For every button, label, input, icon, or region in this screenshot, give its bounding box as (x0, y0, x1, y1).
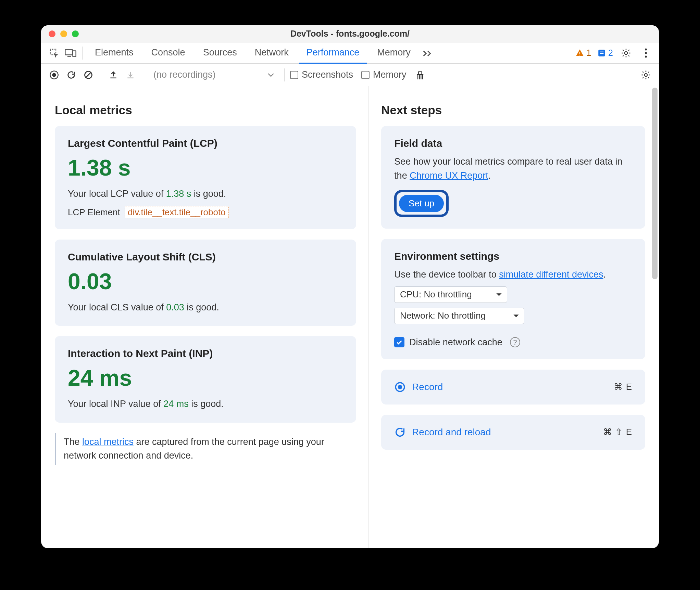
tab-console[interactable]: Console (144, 42, 193, 64)
tab-performance[interactable]: Performance (299, 42, 367, 64)
help-icon[interactable]: ? (510, 337, 520, 347)
svg-rect-7 (600, 53, 604, 54)
checkbox-icon (361, 71, 370, 79)
env-description: Use the device toolbar to simulate diffe… (394, 268, 632, 282)
tab-sources[interactable]: Sources (196, 42, 245, 64)
svg-rect-1 (65, 49, 72, 55)
recordings-placeholder: (no recordings) (153, 69, 216, 80)
local-metrics-heading: Local metrics (55, 103, 356, 117)
reload-icon (394, 426, 406, 438)
lcp-element-row: LCP Element div.tile__text.tile__roboto (68, 207, 343, 218)
inp-description: Your local INP value of 24 ms is good. (68, 397, 343, 411)
record-circle-icon (394, 381, 406, 393)
performance-toolbar: (no recordings) Screenshots Memory (41, 64, 659, 86)
network-throttling-dropdown[interactable]: Network: No throttling (394, 308, 524, 324)
next-steps-column: Next steps Field data See how your local… (368, 86, 659, 548)
warnings-badge[interactable]: 1 (575, 48, 591, 58)
cpu-throttling-dropdown[interactable]: CPU: No throttling (394, 286, 507, 303)
separator (143, 68, 143, 81)
zoom-window-button[interactable] (72, 30, 79, 37)
record-reload-card: Record and reload ⌘ ⇧ E (381, 415, 645, 450)
svg-rect-2 (73, 51, 76, 56)
field-data-card: Field data See how your local metrics co… (381, 126, 645, 229)
lcp-card: Largest Contentful Paint (LCP) 1.38 s Yo… (55, 126, 356, 229)
simulate-devices-link[interactable]: simulate different devices (499, 269, 603, 280)
chevron-down-icon (268, 73, 274, 77)
setup-highlight: Set up (394, 190, 449, 217)
separator (101, 68, 101, 81)
env-title: Environment settings (394, 251, 632, 262)
tab-network[interactable]: Network (247, 42, 296, 64)
environment-settings-card: Environment settings Use the device tool… (381, 239, 645, 359)
local-metrics-column: Local metrics Largest Contentful Paint (… (41, 86, 368, 548)
lcp-description: Your local LCP value of 1.38 s is good. (68, 187, 343, 201)
field-data-description: See how your local metrics compare to re… (394, 155, 632, 182)
setup-button[interactable]: Set up (399, 195, 444, 212)
field-data-title: Field data (394, 138, 632, 149)
panel-tabstrip: Elements Console Sources Network Perform… (41, 42, 659, 64)
settings-icon[interactable] (619, 46, 633, 60)
lcp-title: Largest Contentful Paint (LCP) (68, 138, 343, 149)
checkbox-checked-icon (394, 337, 404, 347)
cls-description: Your local CLS value of 0.03 is good. (68, 300, 343, 315)
issues-count: 2 (608, 48, 613, 58)
chevron-down-icon (513, 314, 519, 318)
recordings-dropdown[interactable]: (no recordings) (149, 68, 279, 82)
svg-rect-6 (600, 51, 604, 52)
record-shortcut: ⌘ E (614, 382, 632, 392)
more-tabs-icon[interactable] (421, 46, 435, 60)
chevron-down-icon (496, 293, 502, 297)
disable-cache-checkbox[interactable]: Disable network cache ? (394, 337, 632, 348)
record-button[interactable]: Record (394, 381, 443, 393)
record-icon[interactable] (47, 68, 61, 82)
local-metrics-info: The local metrics are captured from the … (55, 433, 356, 465)
svg-point-8 (625, 52, 627, 54)
chrome-ux-report-link[interactable]: Chrome UX Report (410, 170, 488, 181)
issues-badge[interactable]: 2 (597, 48, 613, 58)
warnings-count: 1 (586, 48, 591, 58)
titlebar: DevTools - fonts.google.com/ (41, 25, 659, 42)
next-steps-heading: Next steps (381, 103, 645, 117)
performance-body: Local metrics Largest Contentful Paint (… (41, 86, 659, 548)
separator (284, 68, 285, 81)
inspect-element-icon[interactable] (47, 46, 61, 60)
close-window-button[interactable] (49, 30, 55, 37)
upload-icon[interactable] (107, 68, 120, 82)
garbage-collect-icon[interactable] (413, 68, 427, 82)
svg-point-11 (645, 55, 647, 57)
memory-checkbox[interactable]: Memory (361, 69, 407, 80)
kebab-menu-icon[interactable] (639, 46, 653, 60)
cls-value: 0.03 (68, 268, 343, 294)
record-reload-shortcut: ⌘ ⇧ E (603, 427, 632, 437)
separator (82, 47, 83, 60)
inp-value: 24 ms (68, 365, 343, 391)
inp-card: Interaction to Next Paint (INP) 24 ms Yo… (55, 336, 356, 423)
svg-point-9 (645, 48, 647, 50)
inp-title: Interaction to Next Paint (INP) (68, 348, 343, 359)
clear-icon[interactable] (82, 68, 95, 82)
lcp-element-selector[interactable]: div.tile__text.tile__roboto (125, 206, 229, 218)
lcp-value: 1.38 s (68, 155, 343, 181)
scrollbar-thumb[interactable] (652, 88, 658, 279)
local-metrics-link[interactable]: local metrics (82, 437, 134, 447)
svg-point-17 (398, 385, 402, 389)
window-controls (49, 30, 79, 37)
tab-elements[interactable]: Elements (87, 42, 141, 64)
record-reload-button[interactable]: Record and reload (394, 426, 491, 438)
checkbox-icon (290, 71, 298, 79)
screenshots-checkbox[interactable]: Screenshots (290, 69, 353, 80)
record-card: Record ⌘ E (381, 370, 645, 405)
minimize-window-button[interactable] (60, 30, 67, 37)
reload-icon[interactable] (64, 68, 78, 82)
svg-rect-4 (579, 54, 580, 55)
download-icon[interactable] (124, 68, 137, 82)
capture-settings-icon[interactable] (639, 68, 653, 82)
tab-memory[interactable]: Memory (370, 42, 418, 64)
cls-title: Cumulative Layout Shift (CLS) (68, 251, 343, 263)
svg-point-13 (52, 73, 56, 77)
window-title: DevTools - fonts.google.com/ (41, 29, 659, 39)
svg-point-15 (645, 74, 647, 76)
device-toolbar-icon[interactable] (64, 46, 77, 60)
svg-rect-3 (579, 52, 580, 54)
svg-point-10 (645, 52, 647, 54)
